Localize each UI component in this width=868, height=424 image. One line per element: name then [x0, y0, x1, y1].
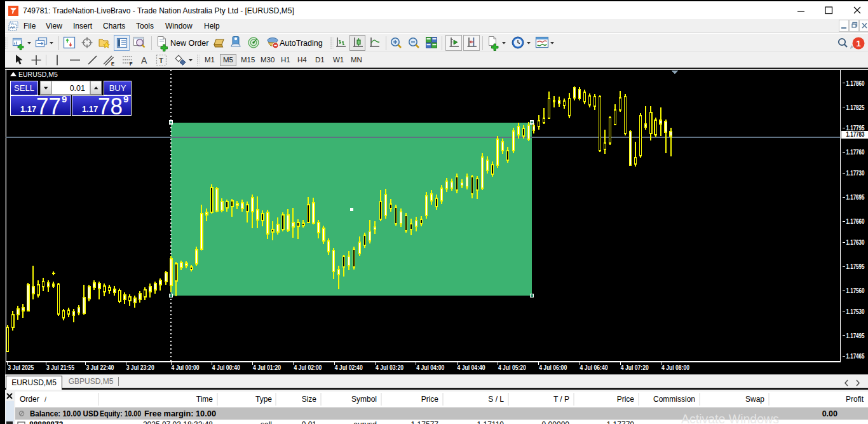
svg-text:1.17770: 1.17770 [607, 420, 635, 424]
svg-text:1.17465: 1.17465 [846, 352, 865, 360]
svg-text:88888873: 88888873 [29, 420, 64, 424]
svg-text:1.17110: 1.17110 [477, 420, 505, 424]
svg-text:3 Jul 21:55: 3 Jul 21:55 [46, 364, 74, 371]
svg-text:4 Jul 02:00: 4 Jul 02:00 [294, 364, 322, 371]
svg-text:T / P: T / P [553, 395, 569, 404]
svg-text:A: A [141, 55, 147, 65]
svg-text:eurusd: eurusd [353, 420, 377, 424]
svg-text:4 Jul 03:20: 4 Jul 03:20 [376, 364, 403, 371]
svg-text:SELL: SELL [14, 83, 34, 93]
svg-text:Swap: Swap [745, 395, 764, 404]
svg-text:Size: Size [302, 395, 317, 404]
svg-text:1.17: 1.17 [82, 104, 98, 114]
svg-text:0.00: 0.00 [822, 409, 837, 418]
svg-text:0.00000: 0.00000 [542, 420, 570, 424]
svg-text:77: 77 [36, 93, 61, 116]
svg-text:1.17595: 1.17595 [846, 263, 865, 270]
svg-text:sell: sell [261, 420, 272, 424]
svg-text:1.17695: 1.17695 [846, 193, 865, 201]
svg-text:Symbol: Symbol [351, 395, 377, 404]
svg-text:9: 9 [62, 93, 67, 104]
svg-text:T: T [159, 57, 163, 64]
svg-text:4 Jul 00:00: 4 Jul 00:00 [172, 364, 200, 371]
svg-text:1.17560: 1.17560 [846, 287, 865, 294]
svg-text:AutoTrading: AutoTrading [280, 39, 323, 48]
svg-text:4 Jul 04:00: 4 Jul 04:00 [416, 364, 444, 371]
svg-text:BUY: BUY [109, 83, 126, 93]
svg-text:4 Jul 04:40: 4 Jul 04:40 [458, 364, 485, 371]
svg-text:E: E [111, 61, 114, 67]
svg-text:1.17730: 1.17730 [846, 169, 865, 177]
svg-text:Price: Price [617, 395, 635, 404]
svg-text:1: 1 [856, 39, 860, 48]
svg-text:Equity: 10.00: Equity: 10.00 [100, 409, 141, 418]
svg-text:1.17577: 1.17577 [411, 420, 439, 424]
svg-text:3 Jul 2025: 3 Jul 2025 [8, 364, 34, 371]
svg-text:1.17530: 1.17530 [846, 308, 865, 315]
svg-text:4 Jul 07:20: 4 Jul 07:20 [621, 364, 649, 371]
svg-text:4 Jul 01:20: 4 Jul 01:20 [253, 364, 281, 371]
svg-text:0.01: 0.01 [70, 84, 85, 93]
svg-text:4 Jul 08:00: 4 Jul 08:00 [661, 364, 689, 371]
svg-text:4 Jul 06:40: 4 Jul 06:40 [580, 364, 608, 371]
svg-text:Balance: 10.00 USD: Balance: 10.00 USD [30, 409, 98, 418]
svg-text:1.17630: 1.17630 [846, 238, 865, 246]
svg-text:Commission: Commission [653, 395, 695, 404]
svg-text:S / L: S / L [488, 395, 504, 404]
svg-text:0.01: 0.01 [302, 420, 317, 424]
svg-text:1.17783: 1.17783 [846, 130, 865, 138]
svg-text:3 Jul 23:20: 3 Jul 23:20 [126, 364, 154, 371]
svg-text:New Order: New Order [170, 39, 208, 48]
svg-text:4 Jul 02:40: 4 Jul 02:40 [335, 364, 363, 371]
svg-text:Type: Type [255, 395, 272, 404]
svg-text:2025.07.03 18:32:48: 2025.07.03 18:32:48 [143, 420, 213, 424]
svg-text:Profit: Profit [846, 395, 864, 404]
svg-text:4 Jul 05:20: 4 Jul 05:20 [498, 364, 526, 371]
svg-text:1.17495: 1.17495 [846, 332, 865, 339]
svg-text:1.17660: 1.17660 [846, 217, 865, 225]
svg-text:1.17760: 1.17760 [846, 148, 865, 156]
svg-text:Price: Price [421, 395, 439, 404]
svg-text:78: 78 [98, 93, 123, 116]
svg-text:/: / [44, 395, 47, 403]
svg-text:Order: Order [20, 395, 39, 404]
svg-text:F: F [130, 61, 133, 67]
svg-text:1.17: 1.17 [20, 104, 36, 114]
svg-text:1.17860: 1.17860 [846, 79, 865, 87]
svg-text:Free margin: 10.00: Free margin: 10.00 [144, 409, 216, 418]
svg-text:Time: Time [196, 395, 214, 404]
svg-text:4 Jul 00:40: 4 Jul 00:40 [212, 364, 240, 371]
svg-text:9: 9 [123, 93, 128, 104]
svg-text:4 Jul 06:00: 4 Jul 06:00 [539, 364, 567, 371]
svg-text:1.17825: 1.17825 [846, 104, 865, 111]
svg-text:3 Jul 22:40: 3 Jul 22:40 [86, 364, 114, 371]
